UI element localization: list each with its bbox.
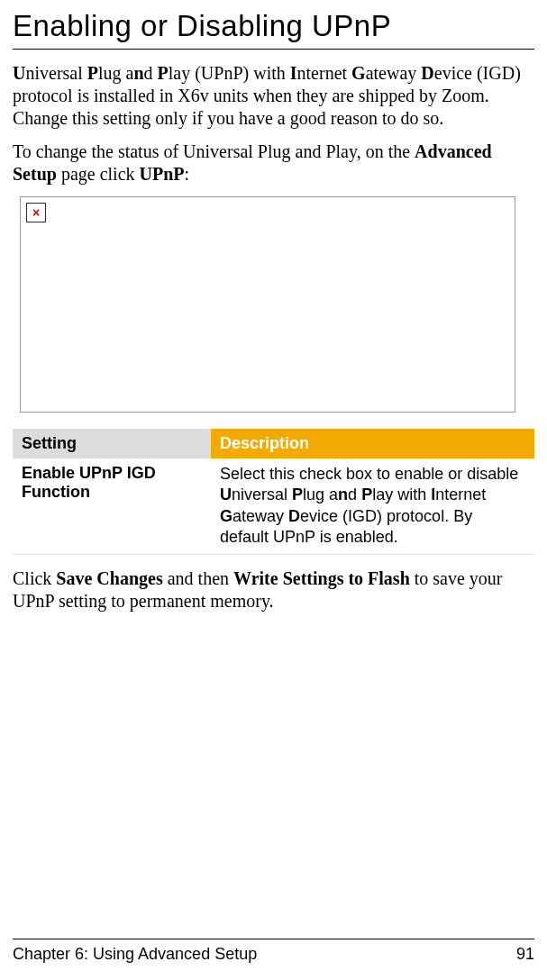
page-footer: Chapter 6: Using Advanced Setup 91 — [13, 939, 534, 964]
table-row: Enable UPnP IGD Function Select this che… — [13, 458, 534, 554]
footer-page-number: 91 — [516, 945, 534, 964]
header-setting: Setting — [13, 429, 211, 458]
screenshot-placeholder: × — [20, 196, 515, 413]
broken-image-icon: × — [26, 203, 46, 222]
page-title: Enabling or Disabling UPnP — [13, 9, 534, 50]
intro-paragraph-1: Universal Plug and Play (UPnP) with Inte… — [13, 62, 534, 130]
table-header-row: Setting Description — [13, 429, 534, 458]
intro-paragraph-2: To change the status of Universal Plug a… — [13, 141, 534, 186]
closing-paragraph: Click Save Changes and then Write Settin… — [13, 567, 534, 612]
header-description: Description — [211, 429, 534, 458]
settings-table: Setting Description Enable UPnP IGD Func… — [13, 429, 534, 555]
cell-setting-description: Select this check box to enable or disab… — [211, 458, 534, 554]
footer-chapter: Chapter 6: Using Advanced Setup — [13, 945, 257, 964]
cell-setting-name: Enable UPnP IGD Function — [13, 458, 211, 554]
